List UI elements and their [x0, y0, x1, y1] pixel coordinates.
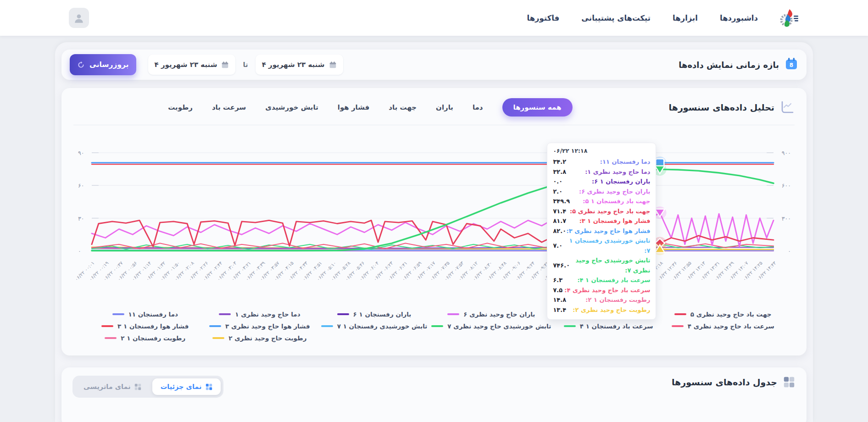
- company-logo-icon[interactable]: [777, 6, 800, 29]
- nav-item[interactable]: تیکت‌های پشتیبانی: [581, 14, 651, 22]
- y-axis-tick: ۳۰: [78, 215, 84, 222]
- person-icon: [73, 12, 85, 24]
- matrix-view-button[interactable]: نمای ماتریسی: [75, 378, 150, 395]
- nav-item[interactable]: ابزارها: [673, 14, 698, 22]
- table-title: جدول داده‌های سنسورها: [672, 377, 777, 387]
- legend-color-dash: [209, 325, 221, 327]
- chart-header: تحلیل داده‌های سنسورها همه سنسورهادمابار…: [73, 98, 795, 117]
- legend-item[interactable]: باران حاج وحید نظری ۶: [431, 311, 551, 318]
- sensor-tab[interactable]: همه سنسورها: [502, 98, 573, 117]
- sensor-tab[interactable]: رطوبت: [168, 103, 193, 111]
- nav-item[interactable]: داشبوردها: [720, 14, 758, 22]
- sensor-tab[interactable]: جهت باد: [389, 103, 417, 111]
- tooltip-series-label: سرعت باد حاج وحید نظری ۴:: [564, 285, 650, 295]
- tooltip-series-value: ۱۴.۸: [553, 295, 566, 305]
- y-axis-tick: ۰: [78, 248, 81, 255]
- update-button-label: بروزرسانی: [89, 61, 129, 69]
- chart-plot-area[interactable]: ۰۶/۲۲ ۰۰:۰۱۰۶/۲۲ ۰۰:۱۹۰۶/۲۲ ۰۰:۳۷۰۶/۲۲ ۰…: [92, 142, 773, 256]
- tooltip-row: باران رفسنجان ۱ ۶:۰.۰: [553, 177, 650, 187]
- update-button[interactable]: بروزرسانی: [70, 54, 136, 75]
- y-axis-tick: ۳۰۰: [782, 215, 791, 222]
- tooltip-row: جهت باد حاج وحید نظری ۵:۷۱.۴: [553, 206, 650, 217]
- tooltip-row: رطوبت حاج وحید نظری ۲:۱۳.۴: [553, 305, 650, 315]
- date-range-title: بازه زمانی نمایش داده‌ها: [679, 60, 779, 70]
- legend-label: باران حاج وحید نظری ۶: [463, 311, 535, 318]
- matrix-view-icon: [134, 383, 141, 390]
- date-range-card: 8 بازه زمانی نمایش داده‌ها شنبه ۲۳ شهریو…: [61, 50, 807, 80]
- legend-item[interactable]: رطوبت حاج وحید نظری ۲: [202, 334, 317, 342]
- tooltip-row: تابش خورشیدی رفسنجان ۱ ۷:۷.۰: [553, 236, 650, 255]
- calendar-blue-icon: 8: [785, 57, 798, 72]
- legend-label: باران رفسنجان ۱ ۶: [353, 311, 412, 318]
- sensor-tab[interactable]: تابش خورشیدی: [265, 103, 318, 111]
- legend-color-dash: [105, 337, 117, 339]
- sensor-tab[interactable]: باران: [436, 103, 453, 111]
- tooltip-series-label: فشار هوا حاج وحید نظری ۳:: [566, 226, 650, 236]
- legend-color-dash: [564, 325, 576, 327]
- sensor-tab[interactable]: فشار هوا: [338, 103, 370, 111]
- tooltip-row: جهت باد رفسنجان ۱ ۵:۳۴۹.۹: [553, 196, 650, 206]
- legend-color-dash: [674, 313, 686, 315]
- legend-color-dash: [337, 313, 349, 315]
- matrix-view-label: نمای ماتریسی: [83, 383, 131, 390]
- legend-color-dash: [101, 325, 113, 327]
- legend-item[interactable]: رطوبت رفسنجان ۱ ۲: [88, 334, 202, 342]
- sensor-tab[interactable]: سرعت باد: [212, 103, 246, 111]
- date-to-value: شنبه ۲۳ شهریور ۴: [155, 61, 217, 69]
- x-axis-labels: ۰۶/۲۲ ۰۰:۰۱۰۶/۲۲ ۰۰:۱۹۰۶/۲۲ ۰۰:۳۷۰۶/۲۲ ۰…: [92, 257, 773, 303]
- legend-label: فشار هوا حاج وحید نظری ۳: [225, 322, 310, 330]
- tooltip-row: رطوبت رفسنجان ۱ ۲:۱۴.۸: [553, 295, 650, 305]
- tooltip-series-label: دما رفسنجان ۱۱:: [600, 157, 651, 167]
- tooltip-row: باران حاج وحید نظری ۶:۲.۰: [553, 187, 650, 197]
- legend-item[interactable]: باران رفسنجان ۱ ۶: [317, 311, 432, 318]
- legend-color-dash: [212, 337, 224, 339]
- tooltip-series-value: ۷.۵: [553, 285, 562, 295]
- legend-item[interactable]: فشار هوا رفسنجان ۱ ۳: [88, 322, 202, 330]
- sensor-table-card: جدول داده‌های سنسورها نمای جزئیات: [61, 367, 807, 422]
- legend-item[interactable]: سرعت باد حاج وحید نظری ۴: [666, 322, 780, 330]
- y-axis-left: ۹۰۰۶۰۰۳۰۰۰: [773, 142, 795, 256]
- legend-label: سرعت باد حاج وحید نظری ۴: [688, 322, 774, 330]
- legend-label: دما رفسنجان ۱۱: [128, 311, 178, 318]
- legend-item[interactable]: دما حاج وحید نظری ۱: [202, 311, 317, 318]
- legend-label: تابش خورشیدی رفسنجان ۱ ۷: [337, 322, 428, 330]
- legend-label: رطوبت حاج وحید نظری ۲: [228, 334, 306, 342]
- legend-item[interactable]: تابش خورشیدی حاج وحید نظری ۷: [431, 322, 551, 330]
- date-between-word: تا: [243, 61, 248, 69]
- sensor-tab[interactable]: دما: [473, 103, 483, 111]
- date-to-picker[interactable]: شنبه ۲۳ شهریور ۴: [148, 55, 236, 75]
- sensor-analysis-card: تحلیل داده‌های سنسورها همه سنسورهادمابار…: [61, 88, 807, 355]
- chart-region: ۹۰۶۰۳۰۰ ۰۶/۲۲ ۰۰:۰۱۰۶/۲۲ ۰۰:۱۹۰۶/۲۲ ۰۰:۳…: [73, 142, 795, 256]
- tooltip-row: فشار هوا حاج وحید نظری ۳:۸۲.۰: [553, 226, 650, 236]
- tooltip-series-label: جهت باد حاج وحید نظری ۵:: [570, 206, 650, 217]
- header-divider: [73, 125, 795, 125]
- legend-color-dash: [321, 325, 333, 327]
- legend-item[interactable]: فشار هوا حاج وحید نظری ۳: [202, 322, 317, 330]
- tooltip-series-label: باران رفسنجان ۱ ۶:: [592, 177, 650, 187]
- tooltip-row: فشار هوا رفسنجان ۱ ۳:۸۱.۷: [553, 216, 650, 226]
- chart-canvas: [92, 142, 773, 256]
- calendar-icon: [329, 61, 337, 69]
- legend-item[interactable]: تابش خورشیدی رفسنجان ۱ ۷: [317, 322, 432, 330]
- date-from-picker[interactable]: شنبه ۲۳ شهریور ۴: [256, 55, 343, 75]
- y-axis-tick: ۶۰: [78, 182, 84, 189]
- legend-item[interactable]: جهت باد حاج وحید نظری ۵: [666, 311, 780, 318]
- detail-view-label: نمای جزئیات: [161, 383, 202, 390]
- legend-item[interactable]: دما رفسنجان ۱۱: [88, 311, 202, 318]
- grid-icon: [783, 376, 796, 389]
- tooltip-series-value: ۱۳.۴: [553, 305, 566, 315]
- tooltip-series-value: ۸۱.۷: [553, 216, 566, 226]
- legend-label: سرعت باد رفسنجان ۱ ۴: [580, 322, 653, 330]
- detail-view-button[interactable]: نمای جزئیات: [152, 378, 221, 395]
- tooltip-series-value: ۷۴۶.۰: [553, 261, 570, 271]
- avatar[interactable]: [69, 8, 89, 28]
- legend-label: جهت باد حاج وحید نظری ۵: [690, 311, 772, 318]
- tooltip-series-label: رطوبت حاج وحید نظری ۲:: [573, 305, 650, 315]
- nav-item[interactable]: فاکتورها: [527, 14, 559, 22]
- content-panel: 8 بازه زمانی نمایش داده‌ها شنبه ۲۳ شهریو…: [55, 42, 813, 422]
- tooltip-row: سرعت باد حاج وحید نظری ۴:۷.۵: [553, 285, 650, 295]
- legend-label: تابش خورشیدی حاج وحید نظری ۷: [447, 322, 551, 330]
- y-axis-tick: ۹۰۰: [782, 149, 791, 156]
- tooltip-series-label: سرعت باد رفسنجان ۱ ۴:: [577, 275, 650, 285]
- legend-item[interactable]: سرعت باد رفسنجان ۱ ۴: [551, 322, 666, 330]
